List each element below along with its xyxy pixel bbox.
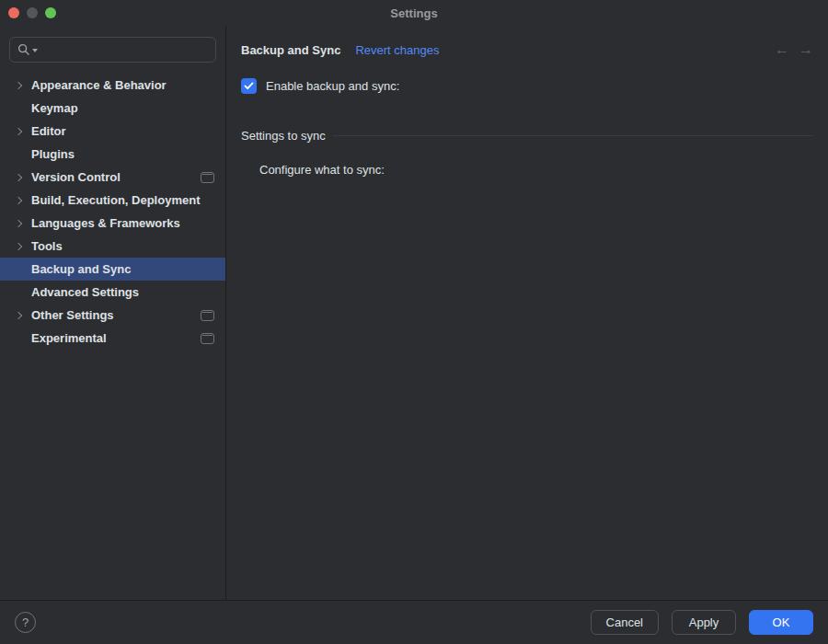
enable-backup-label: Enable backup and sync: <box>266 79 399 93</box>
settings-page: Backup and Sync Revert changes ← → Enabl… <box>226 26 828 600</box>
window-icon <box>201 310 214 321</box>
sidebar-item-label: Build, Execution, Deployment <box>31 193 214 207</box>
sidebar-item-plugins[interactable]: Plugins <box>0 143 225 166</box>
revert-changes-link[interactable]: Revert changes <box>355 43 439 57</box>
settings-to-sync-section: Settings to sync <box>241 127 813 144</box>
help-button[interactable]: ? <box>15 612 36 633</box>
close-window-button[interactable] <box>8 7 19 18</box>
sidebar-item-label: Languages & Frameworks <box>31 216 214 230</box>
window-icon <box>201 333 214 344</box>
sidebar-item-label: Keymap <box>31 101 214 115</box>
forward-arrow-icon[interactable]: → <box>799 42 813 57</box>
sidebar-item-label: Tools <box>31 239 214 253</box>
page-title: Backup and Sync <box>241 43 340 57</box>
chevron-right-icon[interactable] <box>13 129 24 134</box>
chevron-right-icon[interactable] <box>13 175 24 180</box>
sidebar-item-label: Other Settings <box>31 308 201 322</box>
page-header: Backup and Sync Revert changes ← → <box>241 40 813 59</box>
sidebar-item-build-execution-deployment[interactable]: Build, Execution, Deployment <box>0 189 225 212</box>
section-title: Settings to sync <box>241 129 326 143</box>
chevron-right-icon[interactable] <box>13 336 24 341</box>
sidebar-item-advanced-settings[interactable]: Advanced Settings <box>0 281 225 304</box>
window-icon <box>201 172 214 183</box>
sidebar-item-label: Editor <box>31 124 214 138</box>
question-mark-icon: ? <box>22 615 29 629</box>
chevron-right-icon[interactable] <box>13 106 24 111</box>
chevron-right-icon[interactable] <box>13 267 24 272</box>
sidebar-item-label: Backup and Sync <box>31 262 214 276</box>
sidebar-item-tools[interactable]: Tools <box>0 235 225 258</box>
chevron-right-icon[interactable] <box>13 83 24 88</box>
sidebar-item-version-control[interactable]: Version Control <box>0 166 225 189</box>
settings-tree: Appearance & Behavior Keymap Editor Plug… <box>0 74 225 350</box>
sidebar-item-languages-frameworks[interactable]: Languages & Frameworks <box>0 212 225 235</box>
sidebar-item-label: Experimental <box>31 331 201 345</box>
sidebar-item-label: Plugins <box>31 147 214 161</box>
settings-window: Settings Appearance & Behavior Keymap <box>0 0 828 644</box>
enable-backup-row: Enable backup and sync: <box>241 76 813 95</box>
zoom-window-button[interactable] <box>45 7 56 18</box>
chevron-right-icon[interactable] <box>13 221 24 226</box>
minimize-window-button <box>27 7 38 18</box>
search-icon <box>17 43 30 56</box>
traffic-lights <box>8 7 56 18</box>
configure-what-heading: Configure what to sync: <box>259 161 813 178</box>
sidebar-item-appearance-behavior[interactable]: Appearance & Behavior <box>0 74 225 97</box>
chevron-right-icon[interactable] <box>13 244 24 249</box>
sidebar-item-label: Advanced Settings <box>31 285 214 299</box>
sidebar-item-other-settings[interactable]: Other Settings <box>0 304 225 327</box>
dialog-buttons: Cancel Apply OK <box>591 610 813 635</box>
settings-sidebar: Appearance & Behavior Keymap Editor Plug… <box>0 26 226 600</box>
cancel-button[interactable]: Cancel <box>591 610 659 635</box>
search-history-arrow-icon[interactable] <box>32 49 38 52</box>
sidebar-item-keymap[interactable]: Keymap <box>0 97 225 120</box>
titlebar: Settings <box>0 0 828 26</box>
section-divider <box>333 135 813 136</box>
apply-button[interactable]: Apply <box>672 610 736 635</box>
sidebar-item-experimental[interactable]: Experimental <box>0 327 225 350</box>
chevron-right-icon[interactable] <box>13 198 24 203</box>
search-input[interactable] <box>9 37 216 63</box>
sidebar-item-backup-and-sync[interactable]: Backup and Sync <box>0 258 225 281</box>
chevron-right-icon[interactable] <box>13 290 24 295</box>
sidebar-item-editor[interactable]: Editor <box>0 120 225 143</box>
main-split: Appearance & Behavior Keymap Editor Plug… <box>0 26 828 600</box>
sidebar-item-label: Appearance & Behavior <box>31 78 214 92</box>
ok-button[interactable]: OK <box>749 610 813 635</box>
chevron-right-icon[interactable] <box>13 313 24 318</box>
history-nav: ← → <box>775 42 813 57</box>
sidebar-item-label: Version Control <box>31 170 201 184</box>
chevron-right-icon[interactable] <box>13 152 24 157</box>
back-arrow-icon[interactable]: ← <box>775 42 789 57</box>
window-title: Settings <box>390 6 437 20</box>
dialog-footer: ? Cancel Apply OK <box>0 600 828 644</box>
enable-backup-checkbox[interactable] <box>241 78 257 94</box>
